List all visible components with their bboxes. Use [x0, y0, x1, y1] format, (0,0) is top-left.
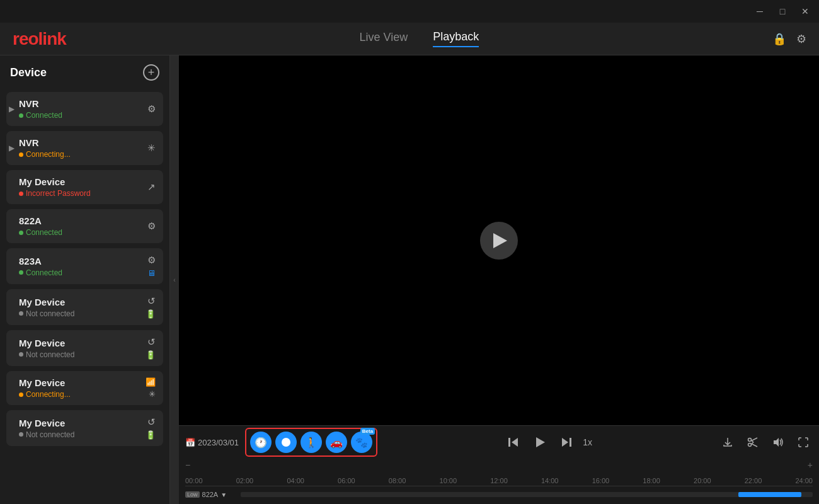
device-status-mydevice-4: Connecting... [19, 390, 71, 399]
status-dot-mydevice-1 [19, 192, 23, 196]
ruler-label-7: 14:00 [541, 477, 559, 484]
device-card-mydevice-1[interactable]: My Device Incorrect Password ↗ [6, 170, 163, 204]
fullscreen-icon [798, 437, 809, 448]
calendar-icon: 📅 [185, 438, 195, 447]
status-dot-mydevice-5 [19, 432, 23, 437]
play-pause-button[interactable] [530, 433, 550, 451]
play-button-center[interactable] [480, 222, 518, 260]
svg-point-0 [282, 438, 290, 447]
volume-button[interactable] [769, 434, 788, 450]
main: Device + ▶ NVR Connected ⚙ [0, 55, 819, 504]
expand-arrow-nvr-2: ▶ [9, 144, 14, 152]
spinner-icon-nvr-2: ✳ [147, 142, 156, 154]
svg-marker-3 [536, 437, 545, 447]
status-dot-nvr-1 [19, 113, 23, 118]
ruler-label-9: 18:00 [643, 477, 660, 484]
track-segment-822a [738, 492, 801, 497]
track-bar-822a[interactable] [241, 492, 813, 497]
device-name-mydevice-1: My Device [14, 176, 91, 187]
device-card-nvr-2[interactable]: ▶ NVR Connecting... ✳ [6, 131, 163, 165]
tab-playback[interactable]: Playback [433, 30, 479, 47]
status-dot-mydevice-4 [19, 392, 23, 397]
expand-arrow-nvr-1: ▶ [9, 105, 14, 113]
track-label-822a: Low 822A ▼ [185, 491, 236, 498]
device-name-mydevice-5: My Device [14, 418, 74, 428]
zoom-out-button[interactable]: − [185, 460, 190, 470]
device-card-mydevice-3[interactable]: My Device Not connected ↺ 🔋 [6, 330, 163, 366]
prev-frame-button[interactable] [503, 433, 524, 451]
zoom-in-button[interactable]: + [808, 460, 813, 470]
ruler-label-3: 06:00 [338, 477, 355, 484]
minimize-button[interactable]: ─ [753, 6, 766, 16]
filter-group: 🕐 🚶 🚗 🐾 Beta [245, 428, 377, 457]
play-triangle-icon [493, 233, 507, 248]
device-card-823a[interactable]: 823A Connected ⚙ 🖥 [6, 248, 163, 284]
status-dot-822a [19, 231, 23, 235]
header-actions: 🔒 ⚙ [772, 32, 806, 46]
device-card-mydevice-5[interactable]: My Device Not connected ↺ 🔋 [6, 410, 163, 446]
refresh-icon-mydevice-3[interactable]: ↺ [147, 336, 156, 348]
wifi-icon-mydevice-4: 📶 [146, 377, 156, 387]
sidebar: Device + ▶ NVR Connected ⚙ [0, 55, 170, 504]
ruler-label-10: 20:00 [694, 477, 711, 484]
track-name-822a: 822A [202, 491, 219, 498]
device-card-nvr-1[interactable]: ▶ NVR Connected ⚙ [6, 92, 163, 126]
status-dot-mydevice-3 [19, 352, 23, 357]
filter-motion-button[interactable] [275, 432, 297, 453]
cut-button[interactable] [743, 434, 762, 450]
svg-line-8 [752, 438, 757, 441]
filter-all-button[interactable]: 🕐 [250, 432, 272, 453]
maximize-button[interactable]: □ [776, 6, 789, 16]
filter-person-button[interactable]: 🚶 [301, 432, 322, 453]
device-name-nvr-1: NVR [14, 98, 62, 109]
refresh-icon-mydevice-2[interactable]: ↺ [147, 295, 156, 307]
low-quality-badge: Low [185, 491, 200, 498]
gear-icon-822a[interactable]: ⚙ [147, 220, 156, 232]
device-name-822a: 822A [14, 215, 62, 226]
lock-icon[interactable]: 🔒 [772, 32, 786, 46]
sidebar-title: Device [10, 66, 47, 79]
speed-button[interactable]: 1x [583, 437, 592, 447]
track-dropdown-icon[interactable]: ▼ [220, 491, 227, 498]
filter-pet-button[interactable]: 🐾 Beta [351, 432, 372, 453]
device-status-mydevice-3: Not connected [19, 350, 74, 359]
download-icon [722, 437, 733, 448]
ruler-label-12: 24:00 [795, 477, 813, 484]
svg-point-6 [748, 438, 752, 442]
svg-marker-12 [774, 438, 779, 447]
add-device-button[interactable]: + [143, 64, 159, 81]
external-icon-mydevice-1[interactable]: ↗ [147, 181, 156, 193]
svg-line-9 [752, 444, 757, 447]
status-dot-nvr-2 [19, 152, 23, 157]
device-name-mydevice-4: My Device [14, 377, 71, 388]
device-card-822a[interactable]: 822A Connected ⚙ [6, 209, 163, 243]
timeline-zoom: − + [185, 459, 813, 471]
ruler-label-11: 22:00 [745, 477, 762, 484]
fullscreen-button[interactable] [794, 434, 813, 450]
refresh-icon-mydevice-5[interactable]: ↺ [147, 416, 156, 428]
sidebar-collapse-handle[interactable]: ‹ [170, 55, 179, 504]
next-frame-button[interactable] [556, 433, 576, 451]
next-frame-icon [560, 436, 573, 449]
motion-icon [280, 437, 292, 448]
device-status-822a: Connected [19, 228, 62, 237]
battery-icon-mydevice-5: 🔋 [146, 430, 156, 440]
gear-icon-nvr-1[interactable]: ⚙ [147, 103, 156, 115]
device-name-nvr-2: NVR [14, 137, 71, 148]
device-status-mydevice-2: Not connected [19, 309, 74, 318]
play-icon [534, 436, 546, 449]
video-area[interactable] [179, 55, 819, 425]
ruler-labels: 00:00 02:00 04:00 06:00 08:00 10:00 12:0… [185, 477, 813, 484]
gear-icon-823a[interactable]: ⚙ [147, 255, 156, 266]
nav-tabs: Live View Playback [360, 30, 479, 47]
timeline-area: − + 00:00 02:00 04:00 06:00 08:00 10:00 … [179, 459, 819, 504]
device-card-mydevice-4[interactable]: My Device Connecting... 📶 ✳ [6, 371, 163, 405]
spinner-icon-mydevice-4: ✳ [149, 389, 156, 399]
content-right: 📅 2023/03/01 🕐 🚶 🚗 🐾 Beta [179, 55, 819, 504]
download-button[interactable] [718, 434, 737, 450]
filter-vehicle-button[interactable]: 🚗 [326, 432, 347, 453]
tab-live-view[interactable]: Live View [360, 31, 408, 47]
settings-icon[interactable]: ⚙ [796, 32, 806, 46]
close-button[interactable]: ✕ [799, 6, 811, 16]
device-card-mydevice-2[interactable]: My Device Not connected ↺ 🔋 [6, 289, 163, 325]
